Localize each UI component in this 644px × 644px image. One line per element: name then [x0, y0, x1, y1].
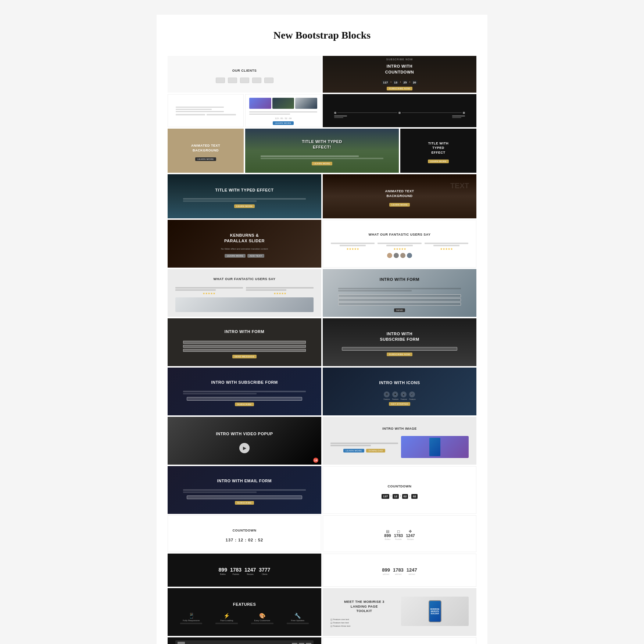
- block-gallery[interactable]: 115 : 05 : 52 : 09 LEARN MORE: [245, 94, 321, 127]
- block-features-dark[interactable]: FEATURES 📱 Fully Responsive ⚡ Fast Loadi…: [168, 588, 321, 636]
- block-stats-icons[interactable]: ▤ 899 Bottles ◻ 1783 Packets ✤ 1247 Reci…: [323, 515, 476, 552]
- subscribe-btn[interactable]: SUBSCRIBE NOW: [387, 87, 412, 90]
- intro-image-visual: [401, 436, 469, 458]
- intro-icons-label: INTRO WITH ICONS: [376, 377, 423, 389]
- logo-4: [252, 78, 261, 83]
- stars-3: ★★★★★: [425, 247, 468, 251]
- stat-sub-2: Packets: [394, 538, 403, 540]
- feature-d1: 📱 Fully Responsive: [175, 613, 207, 625]
- feature-d-icon-3: 🎨: [246, 613, 278, 619]
- feature-label-3: Feature: [401, 398, 407, 400]
- block-testimonials-2[interactable]: WHAT OUR FANTASTIC USERS SAY ★★★★★ ★★★★★: [168, 269, 321, 317]
- avatar-3: [400, 253, 405, 258]
- animated-text-btn-2[interactable]: LEARN MORE: [389, 203, 410, 207]
- stats-row-dark: 899 Bottles 1783 Packets 1247 Recipes 37…: [219, 567, 271, 575]
- animated-text-btn-1[interactable]: LEARN MORE: [195, 157, 216, 161]
- block-intro-form-2[interactable]: INTRO WITH FORM SEND MESSAGE: [168, 318, 321, 366]
- stat-num-1: 899: [384, 533, 391, 538]
- gallery-text: [249, 111, 317, 115]
- stats-row-white: 899 add text 1783 add text 1247 add text: [382, 567, 417, 575]
- stat-icon-2: ◻: [394, 529, 403, 533]
- intro-form-btn-2[interactable]: SEND MESSAGE: [232, 355, 257, 358]
- intro-image-btn-1[interactable]: LEARN MORE: [343, 449, 364, 452]
- stat-w2: 1783 add text: [393, 567, 404, 575]
- intro-form-btn-1[interactable]: SEND: [394, 308, 405, 312]
- stat-wsub-3: add text: [407, 573, 417, 575]
- intro-icons-btn[interactable]: GET STARTED: [389, 402, 411, 406]
- intro-video-label: INTRO WITH VIDEO POPUP: [213, 428, 276, 440]
- avatar-2: [394, 253, 399, 258]
- block-stats-dark[interactable]: 899 Bottles 1783 Packets 1247 Recipes 37…: [168, 554, 321, 587]
- subscribe-input-2[interactable]: [187, 397, 302, 401]
- stat-dsub-2: Packets: [230, 573, 242, 575]
- play-button[interactable]: ▶: [239, 443, 250, 453]
- block-stats-white[interactable]: 899 add text 1783 add text 1247 add text: [323, 554, 476, 587]
- block-countdown-1[interactable]: COUNTDOWN 137 : 12 : 02 : 02: [323, 466, 476, 514]
- block-kenburns[interactable]: KENBURNS &PARALLAX SLIDER No Slider effe…: [168, 220, 321, 268]
- form-lines-2: [183, 341, 306, 353]
- meet-phone-mock: MOBIRISEWEBSITEBUILDER: [429, 600, 441, 622]
- stars-2: ★★★★★: [378, 247, 421, 251]
- title-typed-btn-2[interactable]: LEARN MORE: [428, 160, 449, 163]
- block-title-typed-1[interactable]: TITLE WITH TYPEDEFFECT! LEARN MORE: [245, 129, 399, 173]
- block-countdown-2[interactable]: COUNTDOWN 137 : 12 : 02 : 52: [168, 515, 321, 552]
- block-intro-countdown[interactable]: SUBSCRIBE NOW INTRO WITHCOUNTDOWN 117 : …: [323, 56, 476, 93]
- form-line-3: [338, 303, 461, 305]
- block-intro-subscribe-1[interactable]: INTRO WITHSUBSCRIBE FORM SUBSCRIBE NOW: [323, 318, 476, 366]
- block-intro-subscribe-2[interactable]: INTRO WITH SUBSCRIBE FORM SUBSCRIBE: [168, 368, 321, 415]
- block-intro-form-1[interactable]: INTRO WITH FORM SEND: [323, 269, 476, 317]
- gallery-thumbs: [249, 98, 317, 109]
- block-intro-video[interactable]: INTRO WITH VIDEO POPUP ▶ 18: [168, 417, 321, 465]
- check-1: ☑ Feature one text: [330, 618, 398, 621]
- feature-d3: 🎨 Easy Customize: [246, 613, 278, 625]
- title-typed-btn[interactable]: LEARN MORE: [312, 162, 333, 165]
- features-dark-items: 📱 Fully Responsive ⚡ Fast Loading 🎨 Easy…: [175, 613, 314, 625]
- feature-icon-3: ♦: [401, 391, 407, 397]
- icon-item-3: ♦ Feature: [401, 391, 407, 400]
- nav-link-2: [299, 643, 304, 644]
- block-features-light[interactable]: FEATURES 📱 Fully Responsive ⚡ Fast Loadi…: [323, 637, 476, 644]
- avatar-row-1: [387, 253, 412, 258]
- subscribe-submit-1[interactable]: SUBSCRIBE NOW: [387, 353, 412, 356]
- block-title-typed-forest[interactable]: TITLE WITH TYPED EFFECT LEARN MORE: [168, 174, 321, 218]
- block-testimonials-1[interactable]: WHAT OUR FANTASTIC USERS SAY ★★★★★ ★★★★★: [323, 220, 476, 268]
- stat-wsub-1: add text: [382, 573, 390, 575]
- animated-text-label-2: ANIMATED TEXTBACKGROUND: [382, 186, 417, 201]
- block-title-typed-2[interactable]: TITLE WITHTYPEDEFFECT LEARN MORE: [400, 129, 476, 173]
- kenburns-btn-2[interactable]: ADD TEXT: [247, 254, 264, 258]
- subscribe-submit-2[interactable]: SUBSCRIBE: [235, 402, 254, 406]
- block-intro-icons[interactable]: INTRO WITH ICONS ⚙ Feature ★ Feature ♦ F…: [323, 368, 476, 415]
- thumb-2: [272, 98, 294, 109]
- feature-d-icon-2: ⚡: [211, 613, 243, 619]
- email-form-input[interactable]: [187, 495, 302, 499]
- block-intro-email[interactable]: INTRO WITH EMAIL FORM SUBSCRIBE: [168, 466, 321, 514]
- intro-subscribe-label-2: INTRO WITH SUBSCRIBE FORM: [208, 377, 280, 388]
- countdown-nums: 117 : 13 : 25 : 20: [382, 80, 418, 85]
- stat-wsub-2: add text: [393, 573, 404, 575]
- email-form-btn[interactable]: SUBSCRIBE: [235, 501, 254, 505]
- typed-forest-btn[interactable]: LEARN MORE: [234, 204, 255, 208]
- block-intro-image[interactable]: INTRO WITH IMAGE LEARN MORE DOWNLOAD: [323, 417, 476, 465]
- block-meet-mobirise[interactable]: MEET THE MOBIRISE 3LANDING PAGETOOLKIT ☑…: [323, 588, 476, 636]
- kenburns-btn-1[interactable]: LEARN MORE: [225, 254, 246, 258]
- block-our-clients[interactable]: OUR CLIENTS: [168, 56, 321, 93]
- subscribe-input-1[interactable]: [342, 347, 457, 351]
- flowchart-content: [176, 106, 236, 115]
- title-typed-forest-label: TITLE WITH TYPED EFFECT: [212, 185, 277, 196]
- testimonials-image: [175, 297, 314, 312]
- typed-forest-text: [183, 197, 306, 203]
- cd1-2: 12: [393, 494, 399, 499]
- stat-d4: 3777 Clients: [259, 567, 270, 575]
- phone-screen-img: [429, 438, 440, 456]
- block-flowchart[interactable]: [168, 94, 244, 127]
- block-animated-text-1[interactable]: ANIMATED TEXTBACKGROUND LEARN MORE: [168, 129, 244, 173]
- block-nav-dark-1[interactable]: [168, 637, 321, 644]
- testimonials-content-2: ★★★★★ ★★★★★: [175, 286, 314, 295]
- intro-email-text: [183, 489, 306, 494]
- kenburns-sub: No Slider effect and animation transitio…: [221, 248, 268, 250]
- stat-wnum-1: 899: [382, 567, 390, 573]
- gallery-btn[interactable]: LEARN MORE: [273, 121, 294, 125]
- intro-image-btn-2[interactable]: DOWNLOAD: [366, 449, 385, 452]
- block-timeline[interactable]: [323, 94, 476, 127]
- block-animated-text-2[interactable]: ANIMATED TEXTBACKGROUND TEXT LEARN MORE: [323, 174, 476, 218]
